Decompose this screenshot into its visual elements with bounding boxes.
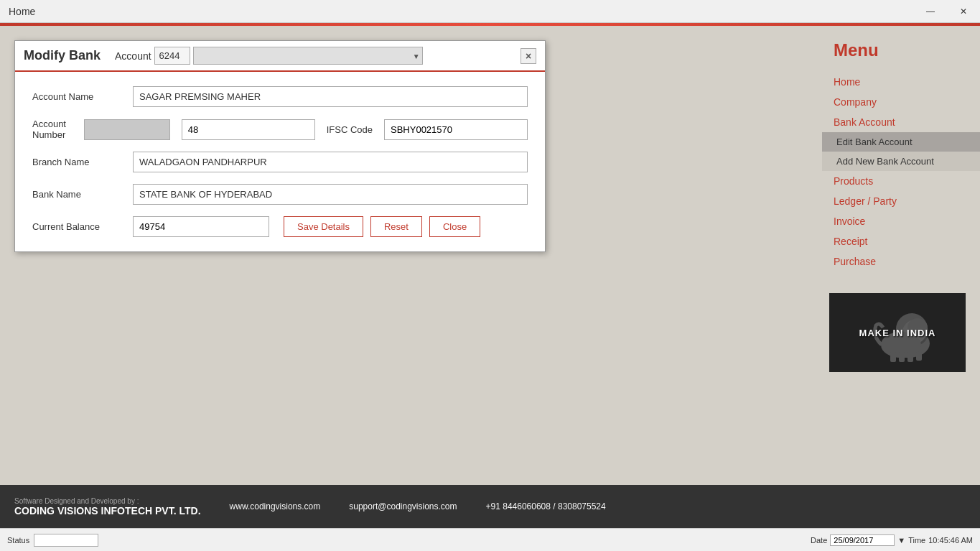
- footer-support: support@codingvisions.com: [349, 501, 457, 511]
- svg-rect-8: [916, 352, 922, 361]
- bank-name-input[interactable]: [133, 184, 528, 205]
- footer-designed-by: Software Designed and Developed by :: [14, 497, 201, 505]
- make-in-india-text: MAKE IN INDIA: [859, 328, 936, 338]
- title-bar: Home — ✕: [0, 0, 980, 23]
- dialog-close-button[interactable]: ×: [521, 48, 536, 64]
- account-number-prefix-input[interactable]: [154, 47, 190, 65]
- sidebar-item-invoice[interactable]: Invoice: [822, 211, 980, 231]
- account-input-group: Account ▼: [115, 47, 423, 65]
- branch-name-input[interactable]: [133, 152, 528, 172]
- svg-rect-5: [890, 352, 896, 362]
- lion-container: MAKE IN INDIA: [829, 293, 966, 372]
- account-number-label: Account Number: [32, 119, 84, 140]
- status-bar: Status Date ▼ Time 10:45:46 AM: [0, 528, 980, 551]
- close-button[interactable]: Close: [429, 216, 480, 237]
- sidebar-item-edit-bank-account[interactable]: Edit Bank Account: [822, 132, 980, 152]
- time-label: Time: [908, 536, 925, 545]
- reset-button[interactable]: Reset: [370, 216, 422, 237]
- sidebar-item-home[interactable]: Home: [822, 72, 980, 92]
- date-box: Date ▼ Time 10:45:46 AM: [811, 534, 973, 546]
- status-label: Status: [7, 536, 29, 545]
- account-number-masked-input[interactable]: [84, 119, 170, 140]
- ifsc-code-input[interactable]: [384, 119, 528, 140]
- sidebar-item-bank-account[interactable]: Bank Account: [822, 112, 980, 132]
- current-balance-input[interactable]: [133, 216, 269, 237]
- action-buttons: Save Details Reset Close: [284, 216, 480, 237]
- status-input: [34, 534, 98, 547]
- current-balance-label: Current Balance: [32, 221, 133, 232]
- sidebar-item-products[interactable]: Products: [822, 171, 980, 191]
- sidebar-item-add-new-bank-account[interactable]: Add New Bank Account: [822, 152, 980, 171]
- modify-bank-dialog: Modify Bank Account ▼ ×: [14, 40, 546, 252]
- footer: Software Designed and Developed by : COD…: [0, 485, 980, 528]
- date-input[interactable]: [830, 534, 895, 546]
- svg-rect-6: [899, 352, 905, 362]
- title-bar-controls: — ✕: [914, 0, 980, 23]
- account-name-label: Account Name: [32, 91, 133, 102]
- footer-left: Software Designed and Developed by : COD…: [14, 497, 201, 517]
- branch-name-label: Branch Name: [32, 157, 133, 167]
- status-box: Status: [7, 534, 98, 547]
- footer-phone: +91 8446060608 / 8308075524: [486, 501, 606, 511]
- account-label: Account: [115, 50, 151, 62]
- account-number-group: IFSC Code: [84, 119, 528, 140]
- footer-website: www.codingvisions.com: [230, 501, 321, 511]
- dialog-title-left: Modify Bank Account ▼: [24, 47, 423, 65]
- main-layout: Modify Bank Account ▼ ×: [0, 26, 980, 485]
- sidebar-item-receipt[interactable]: Receipt: [822, 231, 980, 251]
- dialog-title-bar: Modify Bank Account ▼ ×: [15, 41, 545, 72]
- sidebar-item-purchase[interactable]: Purchase: [822, 251, 980, 272]
- app-title: Home: [9, 6, 35, 17]
- menu-title: Menu: [822, 33, 980, 72]
- ifsc-code-label: IFSC Code: [327, 124, 373, 135]
- footer-company-name: CODING VISIONS INFOTECH PVT. LTD.: [14, 505, 201, 517]
- account-name-row: Account Name: [32, 86, 528, 107]
- bank-name-label: Bank Name: [32, 189, 133, 200]
- account-dropdown[interactable]: [193, 47, 423, 65]
- account-name-input[interactable]: [133, 86, 528, 107]
- account-number-suffix-input[interactable]: [182, 119, 315, 140]
- dialog-body: Account Name Account Number IFSC Code Br: [15, 72, 545, 251]
- content-area: Modify Bank Account ▼ ×: [0, 26, 822, 485]
- bank-name-row: Bank Name: [32, 184, 528, 205]
- make-in-india-logo: MAKE IN INDIA: [822, 286, 980, 379]
- sidebar-item-company[interactable]: Company: [822, 92, 980, 112]
- time-value: 10:45:46 AM: [928, 536, 973, 545]
- branch-name-row: Branch Name: [32, 152, 528, 172]
- account-number-row: Account Number IFSC Code: [32, 119, 528, 140]
- dialog-title: Modify Bank: [24, 48, 101, 63]
- svg-rect-7: [907, 352, 913, 362]
- date-label: Date: [811, 536, 827, 545]
- sidebar-item-ledger-party[interactable]: Ledger / Party: [822, 191, 980, 211]
- save-details-button[interactable]: Save Details: [284, 216, 363, 237]
- sidebar: Menu Home Company Bank Account Edit Bank…: [822, 26, 980, 485]
- form-actions-row: Current Balance Save Details Reset Close: [32, 216, 528, 237]
- close-window-button[interactable]: ✕: [947, 0, 980, 23]
- minimize-button[interactable]: —: [914, 0, 947, 23]
